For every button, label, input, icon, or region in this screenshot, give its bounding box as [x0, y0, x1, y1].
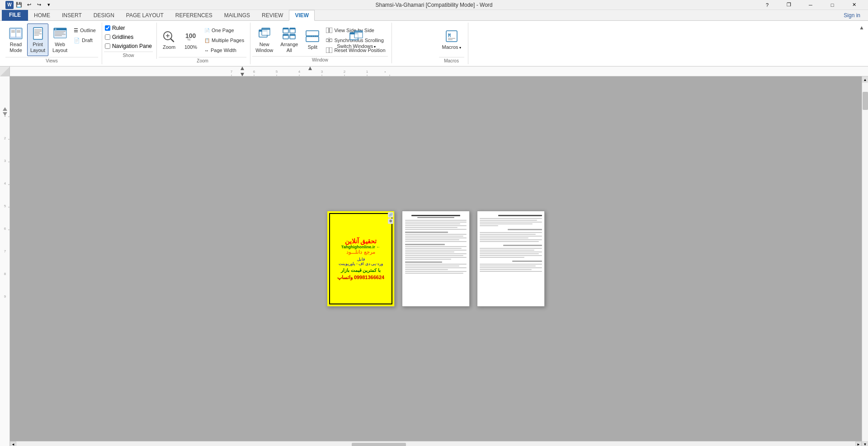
- page-2-content: [402, 211, 469, 306]
- split-button[interactable]: Split: [302, 24, 323, 56]
- sign-in-button[interactable]: Sign in: [838, 10, 866, 21]
- window-group: New Window Arrange All: [250, 23, 392, 63]
- h-scroll-thumb[interactable]: [352, 443, 406, 446]
- tab-home[interactable]: HOME: [28, 10, 56, 21]
- draft-button[interactable]: 📄 Draft: [71, 35, 98, 45]
- svg-rect-32: [262, 28, 270, 30]
- document-scroll-area[interactable]: 🔗 ⚙ تحقیق آنلاین Tahghighonline.ir ← مرج…: [10, 76, 862, 446]
- help-button[interactable]: ?: [757, 0, 778, 10]
- zoom-options-col: 📄 One Page 📋 Multiple Pages ↔ Page Width: [202, 25, 246, 55]
- scroll-down-arrow[interactable]: ▼: [862, 441, 868, 446]
- svg-text:2: 2: [344, 70, 346, 74]
- navigation-pane-checkbox[interactable]: Navigation Pane: [104, 42, 153, 51]
- svg-rect-12: [34, 31, 42, 32]
- maximize-button[interactable]: □: [822, 0, 843, 10]
- scroll-right-arrow[interactable]: ►: [855, 441, 862, 446]
- minimize-button[interactable]: ─: [800, 0, 821, 10]
- zoom-icon: [162, 29, 176, 43]
- vertical-scrollbar[interactable]: ▲ ▼: [862, 76, 868, 446]
- gridlines-checkbox[interactable]: Gridlines: [104, 33, 153, 42]
- sync-scroll-icon: [326, 38, 332, 43]
- svg-text:1: 1: [366, 70, 368, 74]
- page-width-button[interactable]: ↔ Page Width: [202, 45, 246, 55]
- svg-text:M: M: [448, 33, 451, 38]
- zoom-button[interactable]: Zoom: [159, 24, 179, 56]
- switch-macros-row: Switch Windows ▾: [334, 23, 387, 55]
- ad-icon-2: ⚙: [388, 218, 393, 224]
- tab-references[interactable]: REFERENCES: [170, 10, 218, 21]
- horizontal-scrollbar[interactable]: ◄ ►: [10, 441, 862, 446]
- new-window-button[interactable]: New Window: [252, 24, 276, 56]
- customize-qat-button[interactable]: ▾: [44, 0, 53, 9]
- macros-group-label: Macros: [439, 57, 464, 63]
- svg-text:4: 4: [4, 181, 6, 185]
- gridlines-check-input[interactable]: [105, 34, 110, 40]
- outline-button[interactable]: ☰ Outline: [71, 25, 98, 35]
- arrange-all-button[interactable]: Arrange All: [277, 24, 301, 56]
- ruler-horizontal-track: 7 6 5 4 3 2 1 •: [10, 66, 868, 76]
- macros-label: Macros: [442, 44, 458, 50]
- window-controls: ? ❐ ─ □ ✕: [757, 0, 864, 10]
- svg-rect-8: [17, 31, 20, 32]
- redo-button[interactable]: ↪: [34, 0, 43, 9]
- ad-items: فایل: [357, 257, 365, 261]
- macros-button[interactable]: M Macros ▾: [439, 24, 464, 56]
- tab-page-layout[interactable]: PAGE LAYOUT: [120, 10, 170, 21]
- undo-button[interactable]: ↩: [24, 0, 33, 9]
- multiple-pages-button[interactable]: 📋 Multiple Pages: [202, 35, 246, 45]
- h-scroll-track: [16, 443, 855, 446]
- print-layout-button[interactable]: Print Layout: [27, 24, 48, 56]
- multiple-pages-icon: 📋: [204, 38, 210, 43]
- svg-rect-9: [17, 32, 20, 33]
- svg-rect-34: [283, 28, 288, 29]
- scroll-up-arrow[interactable]: ▲: [862, 76, 868, 83]
- views-group-content: Read Mode Print Layout: [5, 24, 98, 56]
- one-page-label: One Page: [212, 28, 234, 33]
- close-button[interactable]: ✕: [844, 0, 864, 10]
- svg-text:3: 3: [4, 159, 6, 163]
- svg-text:6: 6: [4, 227, 6, 231]
- tab-mailings[interactable]: MAILINGS: [218, 10, 256, 21]
- tab-insert[interactable]: INSERT: [56, 10, 88, 21]
- tab-review[interactable]: REVIEW: [256, 10, 289, 21]
- restore-down-button[interactable]: ❐: [778, 0, 799, 10]
- v-scroll-track: [862, 83, 868, 441]
- window-title: Shamsi-Va-Ghamari [Compatibility Mode] -…: [376, 2, 493, 8]
- split-label: Split: [308, 44, 317, 50]
- scroll-left-arrow[interactable]: ◄: [10, 441, 16, 446]
- main-layout: 1 2 3 4 5 6 7 8 9: [0, 76, 868, 446]
- one-page-button[interactable]: 📄 One Page: [202, 25, 246, 35]
- one-hundred-percent-button[interactable]: 100 % 100%: [180, 24, 201, 56]
- tab-file[interactable]: FILE: [2, 10, 28, 21]
- page-1: 🔗 ⚙ تحقیق آنلاین Tahghighonline.ir ← مرج…: [327, 211, 395, 307]
- word-icon: W: [5, 1, 14, 9]
- tab-design[interactable]: DESIGN: [88, 10, 120, 21]
- web-layout-button[interactable]: Web Layout: [49, 24, 71, 56]
- svg-rect-40: [290, 34, 295, 36]
- ruler-checkbox[interactable]: Ruler: [104, 24, 153, 33]
- nav-pane-check-input[interactable]: [105, 43, 110, 49]
- arrange-all-icon: [282, 26, 297, 41]
- ruler-check-input[interactable]: [105, 25, 110, 31]
- ad-price: با کمترین قیمت بازار: [341, 268, 381, 273]
- svg-rect-20: [55, 33, 64, 33]
- draft-label: Draft: [82, 38, 93, 43]
- tab-view[interactable]: VIEW: [289, 10, 315, 21]
- switch-windows-icon: [349, 28, 363, 43]
- collapse-ribbon-button[interactable]: ▲: [859, 24, 864, 31]
- v-scroll-thumb[interactable]: [863, 92, 868, 110]
- window-group-label: Window: [252, 56, 387, 62]
- svg-rect-11: [34, 29, 42, 30]
- ribbon-tabs: FILE HOME INSERT DESIGN PAGE LAYOUT REFE…: [0, 10, 868, 21]
- switch-windows-button[interactable]: Switch Windows ▾: [334, 23, 379, 55]
- svg-rect-45: [330, 28, 332, 33]
- svg-text:5: 5: [4, 204, 6, 208]
- svg-text:8: 8: [4, 272, 6, 276]
- hundred-percent-label: 100%: [184, 44, 197, 50]
- zoom-group-label: Zoom: [159, 57, 246, 63]
- vertical-ruler: 1 2 3 4 5 6 7 8 9: [0, 76, 10, 446]
- svg-rect-5: [11, 31, 15, 32]
- read-mode-button[interactable]: Read Mode: [5, 24, 26, 56]
- switch-windows-arrow: ▾: [374, 45, 376, 49]
- save-button[interactable]: 💾: [14, 0, 24, 9]
